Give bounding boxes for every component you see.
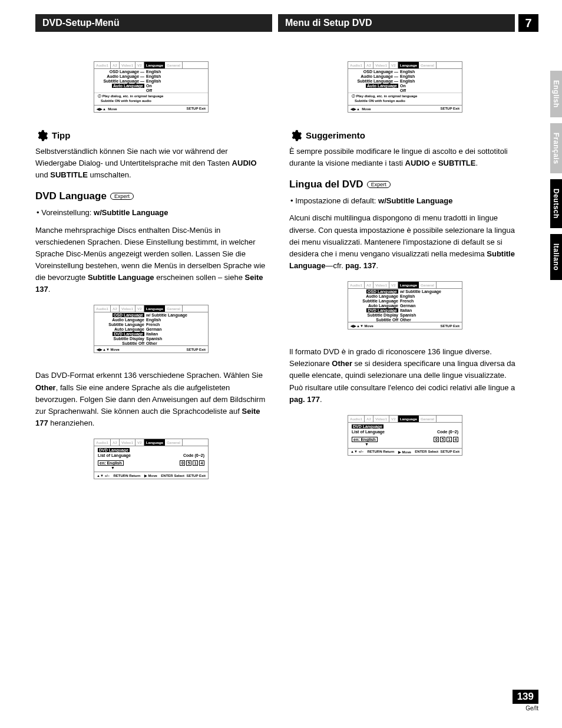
paragraph: Das DVD-Format erkennt 136 verschiedene …	[35, 370, 267, 429]
paragraph: Alcuni dischi multilingua dispongono di …	[289, 212, 521, 272]
column-italian: Audio1A2Video1V2LanguageGeneral OSD Lang…	[289, 61, 521, 496]
chapter-number: 7	[518, 14, 538, 32]
side-tab-deutsch[interactable]: Deutsch	[550, 179, 562, 228]
expert-badge: Expert	[110, 193, 134, 200]
osd-tab: Audio1	[94, 62, 111, 68]
section-heading: Lingua del DVDExpert	[289, 179, 521, 190]
osd-language-menu-2: Audio1A2Video1V2LanguageGeneral OSD Lang…	[348, 281, 462, 330]
osd-tab: A2	[111, 62, 120, 68]
gear-icon	[35, 129, 48, 142]
page-footer: 139 Ge/It	[513, 690, 538, 711]
side-language-tabs: English Français Deutsch Italiano	[550, 71, 562, 280]
osd-language-menu-2: Audio1A2Video1V2LanguageGeneral OSD Lang…	[94, 305, 209, 353]
osd-language-code-menu: Audio1A2Video1V2LanguageGeneral DVD Lang…	[348, 415, 462, 456]
section-heading: DVD LanguageExpert	[35, 190, 267, 202]
side-tab-english[interactable]: English	[550, 71, 562, 117]
osd-tab: General	[165, 62, 183, 68]
osd-language-menu-1: Audio1 A2 Video1 V2 Language General OSD…	[94, 61, 209, 113]
tip-body: È sempre possibile modificare le lingue …	[289, 146, 521, 169]
osd-language-menu-1: Audio1A2Video1V2LanguageGeneral OSD Lang…	[348, 61, 462, 113]
osd-tab: V2	[135, 62, 144, 68]
tip-body: Selbstverständlich können Sie nach wie v…	[35, 146, 267, 181]
default-setting: Impostazione di default: w/Subtitle Lang…	[297, 195, 521, 207]
default-setting: Voreinstellung: w/Subtitle Language	[44, 207, 267, 219]
osd-tab-active: Language	[144, 62, 165, 68]
header-right-title: Menu di Setup DVD	[278, 14, 515, 32]
osd-tab: Video1	[120, 62, 135, 68]
column-german: Audio1 A2 Video1 V2 Language General OSD…	[35, 61, 267, 496]
header-left-title: DVD-Setup-Menü	[35, 14, 272, 32]
side-tab-francais[interactable]: Français	[550, 123, 562, 173]
expert-badge: Expert	[367, 181, 391, 188]
page-number: 139	[513, 690, 538, 704]
osd-language-code-menu: Audio1A2Video1V2LanguageGeneral DVD Lang…	[94, 439, 209, 479]
gear-icon	[289, 129, 302, 142]
tip-heading: Tipp	[52, 130, 70, 140]
paragraph: Manche mehrsprachige Discs enthalten Dis…	[35, 225, 267, 296]
side-tab-italiano[interactable]: Italiano	[550, 234, 562, 280]
paragraph: Il formato DVD è in grado di riconoscere…	[289, 346, 521, 406]
tip-heading: Suggerimento	[306, 130, 365, 140]
header-bar: DVD-Setup-Menü Menu di Setup DVD 7	[35, 14, 538, 32]
page-lang-code: Ge/It	[513, 705, 538, 711]
